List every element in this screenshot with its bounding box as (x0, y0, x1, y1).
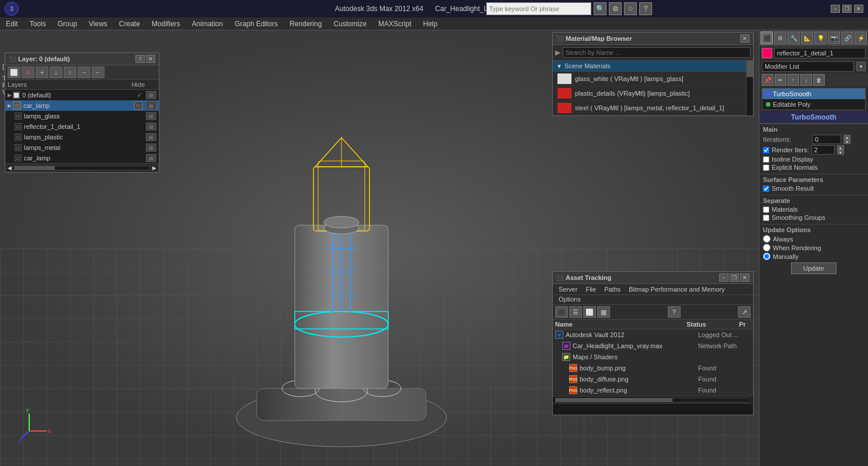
layer-tb-icon4[interactable]: ↑ (64, 66, 76, 78)
render-spin-down[interactable]: ▼ (837, 150, 844, 155)
layer-item-lamps-metal[interactable]: □ lamps_metal ▤ (5, 142, 159, 153)
mod-turbosmo-item[interactable]: TurboSmooth (762, 89, 865, 99)
at-tb-btn-3[interactable]: ▦ (597, 306, 610, 318)
update-button[interactable]: Update (791, 262, 836, 274)
mat-scrollbar[interactable] (746, 61, 753, 115)
at-tb-btn-1[interactable]: ☰ (569, 306, 582, 318)
always-radio[interactable] (763, 235, 771, 243)
at-menu-paths[interactable]: Paths (601, 285, 624, 293)
when-rendering-radio[interactable] (763, 244, 771, 251)
layer-more-btn[interactable]: ▤ (146, 91, 156, 99)
at-menu-file[interactable]: File (582, 285, 599, 293)
layer-more-btn-3[interactable]: ▤ (146, 112, 156, 120)
at-menu-bitmap[interactable]: Bitmap Performance and Memory (625, 285, 728, 293)
material-item-0[interactable]: glass_white ( VRayMtl ) [lamps_glass] (553, 72, 753, 86)
help-icon[interactable]: ? (639, 2, 652, 15)
smoothing-groups-checkbox[interactable] (763, 215, 769, 221)
menu-help[interactable]: Help (417, 17, 444, 30)
menu-group[interactable]: Group (52, 17, 83, 30)
at-help-btn-1[interactable]: ↗ (738, 306, 751, 318)
layer-item-lamps-plastic[interactable]: □ lamps_plastic ▤ (5, 132, 159, 142)
menu-edit[interactable]: Edit (0, 17, 24, 30)
material-browser-close-btn[interactable]: ✕ (740, 34, 750, 43)
layer-more-btn-4[interactable]: ▤ (146, 122, 156, 131)
search-extra-btn[interactable]: ⚙ (609, 2, 622, 15)
layer-more-btn-5[interactable]: ▤ (146, 133, 156, 141)
search-input[interactable] (486, 2, 591, 15)
layer-tb-icon1[interactable]: ✕ (22, 66, 34, 78)
layer-more-btn-6[interactable]: ▤ (146, 143, 156, 152)
asset-scrollbar-h[interactable] (553, 396, 753, 403)
material-search-input[interactable] (563, 47, 751, 58)
layers-help-btn[interactable]: ? (135, 55, 145, 63)
at-row-maps[interactable]: 📁 Maps / Shaders (553, 352, 753, 363)
menu-views[interactable]: Views (83, 17, 113, 30)
rp-icon-0[interactable]: ⬛ (761, 31, 773, 44)
rp-icon-1[interactable]: ⚙ (774, 31, 786, 44)
modifier-name-input[interactable] (774, 48, 866, 58)
rp-icon-6[interactable]: 🔗 (841, 31, 853, 44)
menu-customize[interactable]: Customize (327, 17, 372, 30)
at-menu-options[interactable]: Options (555, 295, 584, 303)
layer-tb-icon0[interactable]: ⬜ (8, 66, 20, 78)
at-help-btn-0[interactable]: ? (668, 306, 681, 318)
scroll-left-arrow[interactable]: ◀ (8, 165, 12, 171)
at-row-diffuse[interactable]: PNG body_diffuse.png Found (553, 374, 753, 385)
layers-close-btn[interactable]: ✕ (146, 55, 155, 63)
search-icon[interactable]: 🔍 (594, 2, 606, 15)
rp-icon-5[interactable]: 📷 (828, 31, 840, 44)
asset-restore-btn[interactable]: ❐ (730, 274, 739, 282)
material-item-1[interactable]: plastic_details (VRayMtl) [lamps_plastic… (553, 86, 753, 101)
isoline-checkbox[interactable] (763, 156, 769, 163)
iter-spin-up[interactable]: ▲ (843, 135, 850, 139)
materials-checkbox[interactable] (763, 206, 769, 213)
layers-scroll-track[interactable] (14, 166, 150, 170)
menu-animation[interactable]: Animation (186, 17, 229, 30)
at-row-maxfile[interactable]: M Car_Headlight_Lamp_vray.max Network Pa… (553, 341, 753, 352)
smooth-result-checkbox[interactable] (763, 185, 769, 192)
modifier-list-dropdown[interactable]: ▼ (856, 62, 866, 71)
menu-rendering[interactable]: Rendering (284, 17, 327, 30)
at-row-bump[interactable]: PNG body_bump.png Found (553, 363, 753, 374)
at-tb-btn-0[interactable]: ⬛ (555, 306, 568, 318)
layer-tb-icon6[interactable]: ← (92, 66, 104, 78)
render-iters-checkbox[interactable] (763, 147, 769, 153)
restore-button[interactable]: ❐ (842, 5, 852, 13)
scroll-right-arrow[interactable]: ▶ (152, 165, 156, 171)
layer-more-btn-7[interactable]: ▤ (146, 154, 156, 162)
render-iters-input[interactable] (811, 145, 835, 155)
layer-item-reflector[interactable]: □ reflector_1_detail_1 ▤ (5, 121, 159, 132)
layer-item-car-lamp-sub[interactable]: □ car_lamp ▤ (5, 153, 159, 163)
menu-tools[interactable]: Tools (24, 17, 52, 30)
asset-min-btn[interactable]: – (719, 274, 728, 282)
iterations-input[interactable] (812, 135, 841, 144)
menu-modifiers[interactable]: Modifiers (146, 17, 186, 30)
layers-scrollbar[interactable]: ◀ ▶ (5, 163, 159, 172)
iter-spin-down[interactable]: ▼ (843, 139, 850, 144)
layer-more-btn-2[interactable]: ▤ (146, 101, 156, 110)
layer-item[interactable]: ▶ ⬜ 0 (default) ✓ ▤ (5, 90, 159, 100)
menu-graph-editors[interactable]: Graph Editors (229, 17, 284, 30)
explicit-normals-checkbox[interactable] (763, 164, 769, 171)
mod-editablepoly-item[interactable]: Editable Poly (762, 99, 865, 110)
render-spin-up[interactable]: ▲ (837, 145, 844, 150)
asset-close-btn[interactable]: ✕ (740, 274, 750, 282)
layer-tb-icon5[interactable]: → (78, 66, 90, 78)
layer-item-lamps-glass[interactable]: □ lamps_glass ▤ (5, 111, 159, 121)
at-menu-server[interactable]: Server (555, 285, 581, 293)
at-row-vault[interactable]: V Autodesk Vault 2012 Logged Out ... (553, 330, 753, 341)
menu-create[interactable]: Create (113, 17, 146, 30)
rp-icon-4[interactable]: 💡 (814, 31, 827, 44)
layer-item-car-lamp[interactable]: ▶ □ car_lamp □ ▤ (5, 100, 159, 111)
mod-pin-btn[interactable]: 📌 (762, 74, 773, 86)
mod-delete-btn[interactable]: 🗑 (813, 74, 825, 86)
close-button[interactable]: ✕ (854, 5, 863, 13)
rp-icon-3[interactable]: 📐 (801, 31, 813, 44)
layer-tb-icon3[interactable]: ↓ (50, 66, 62, 78)
rp-icon-7[interactable]: ⚡ (855, 31, 867, 44)
mod-edit-btn[interactable]: ✏ (775, 74, 786, 86)
material-item-2[interactable]: steel ( VRayMtl ) [lamps_metal, reflecto… (553, 101, 753, 115)
asset-scroll-track[interactable] (555, 398, 751, 402)
mod-move-up-btn[interactable]: ↑ (787, 74, 799, 86)
menu-maxscript[interactable]: MAXScript (372, 17, 417, 30)
